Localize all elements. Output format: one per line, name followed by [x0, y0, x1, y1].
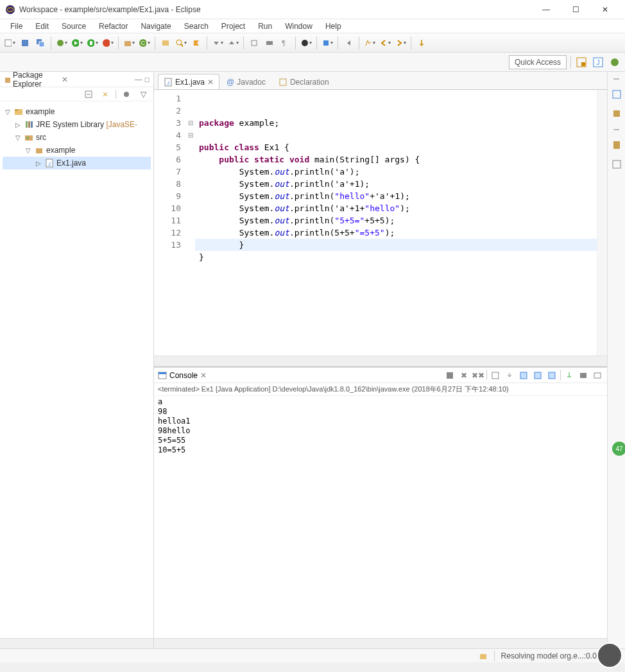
scroll-lock-button[interactable]: [504, 370, 515, 381]
next-annotation-button[interactable]: [211, 37, 224, 49]
menu-refactor[interactable]: Refactor: [92, 20, 134, 33]
editor-hscroll[interactable]: [154, 356, 607, 366]
svg-rect-33: [26, 121, 28, 128]
maximize-button[interactable]: ☐: [561, 0, 590, 19]
code-text[interactable]: package example; public class Ex1 { publ…: [195, 90, 597, 356]
problems-view-icon[interactable]: [610, 158, 623, 171]
terminate-button[interactable]: [444, 370, 456, 381]
pin-editor-button[interactable]: [321, 37, 334, 49]
minimize-view-icon[interactable]: —: [135, 75, 142, 84]
pin-button[interactable]: [415, 37, 428, 49]
show-whitespace-button[interactable]: ¶: [278, 37, 291, 49]
show-console-on-out-button[interactable]: [532, 370, 544, 381]
focus-task-button[interactable]: [120, 88, 133, 101]
outline-view-icon[interactable]: [610, 88, 623, 101]
svg-rect-53: [613, 90, 621, 98]
tasks-view-icon[interactable]: [610, 107, 623, 120]
new-package-button[interactable]: [123, 37, 135, 49]
tree-project[interactable]: ▽ example: [3, 105, 151, 118]
debug-button[interactable]: [55, 37, 68, 49]
svg-rect-49: [535, 372, 541, 379]
new-class-button[interactable]: C: [138, 37, 151, 49]
show-console-on-err-button[interactable]: [546, 370, 558, 381]
collapse-all-button[interactable]: [82, 88, 95, 101]
ext-tools-button[interactable]: [101, 37, 114, 49]
menu-project[interactable]: Project: [215, 20, 252, 33]
bookmarks-view-icon[interactable]: [610, 139, 623, 151]
tab-declaration[interactable]: Declaration: [273, 74, 335, 89]
svg-rect-11: [124, 41, 131, 46]
open-task-button[interactable]: [190, 37, 203, 49]
clear-console-button[interactable]: [490, 370, 501, 381]
tab-ex1[interactable]: J Ex1.java ✕: [158, 74, 219, 89]
remove-all-button[interactable]: ✖✖: [472, 370, 484, 381]
svg-rect-52: [594, 373, 601, 378]
prev-annotation-button[interactable]: [227, 37, 239, 49]
close-button[interactable]: ✕: [590, 0, 620, 19]
svg-rect-55: [613, 141, 620, 149]
library-icon: [24, 120, 33, 129]
titlebar: Workspace - example/src/example/Ex1.java…: [0, 0, 625, 19]
run-button[interactable]: [71, 37, 83, 49]
console-hscroll[interactable]: [154, 638, 607, 648]
search-button[interactable]: [175, 37, 187, 49]
display-console-button[interactable]: [578, 370, 589, 381]
code-editor[interactable]: 123 456 789 101112 13 ⊟⊟ package example…: [154, 90, 607, 356]
overview-ruler[interactable]: [597, 90, 607, 356]
open-perspective-button[interactable]: [575, 56, 588, 69]
open-type-button[interactable]: [159, 37, 172, 49]
menu-search[interactable]: Search: [178, 20, 215, 33]
svg-rect-54: [613, 110, 620, 117]
link-editor-button[interactable]: [99, 88, 112, 101]
word-wrap-button[interactable]: [518, 370, 529, 381]
menu-source[interactable]: Source: [55, 20, 92, 33]
save-button[interactable]: [19, 37, 31, 49]
menu-navigate[interactable]: Navigate: [134, 20, 177, 33]
minimize-button[interactable]: —: [531, 0, 561, 19]
saveall-button[interactable]: [34, 37, 47, 49]
close-console-icon[interactable]: ✕: [200, 371, 207, 380]
tab-javadoc[interactable]: @Javadoc: [221, 74, 271, 89]
console-output[interactable]: a 98 helloa1 98hello 5+5=55 10=5+5: [154, 396, 607, 638]
tree-package[interactable]: ▽ example: [3, 144, 151, 157]
toggle-block-button[interactable]: [263, 37, 276, 49]
console-status: <terminated> Ex1 [Java Application] D:\d…: [154, 383, 607, 396]
tab-label: Ex1.java: [175, 78, 205, 87]
package-explorer-tree[interactable]: ▽ example ▷ JRE System Library [JavaSE- …: [0, 101, 153, 638]
view-menu-button[interactable]: ▽: [137, 88, 150, 101]
new-button[interactable]: [3, 37, 16, 49]
svg-point-6: [57, 40, 64, 46]
tree-jre[interactable]: ▷ JRE System Library [JavaSE-: [3, 118, 151, 131]
svg-rect-48: [520, 372, 527, 379]
quick-access[interactable]: Quick Access: [509, 55, 567, 69]
debug-perspective-button[interactable]: [608, 56, 621, 69]
menu-run[interactable]: Run: [252, 20, 278, 33]
tree-file-ex1[interactable]: ▷ J Ex1.java: [3, 157, 151, 169]
last-edit-button[interactable]: [363, 37, 376, 49]
tree-src[interactable]: ▽ src: [3, 131, 151, 144]
open-console-button[interactable]: [592, 370, 603, 381]
package-explorer-tab[interactable]: Package Explorer ✕: [4, 71, 68, 89]
fold-bar[interactable]: ⊟⊟: [186, 90, 195, 356]
menu-file[interactable]: File: [4, 20, 29, 33]
forward-button[interactable]: [394, 37, 407, 49]
pin-console-button[interactable]: [563, 370, 575, 381]
java-perspective-button[interactable]: J: [592, 56, 604, 69]
menu-edit[interactable]: Edit: [29, 20, 55, 33]
console-tab[interactable]: Console ✕: [158, 371, 207, 380]
toggle-mark-button[interactable]: [248, 37, 261, 49]
remove-launch-button[interactable]: ✖: [458, 370, 470, 381]
back-nav-button[interactable]: [342, 37, 355, 49]
coverage-button[interactable]: [86, 37, 99, 49]
close-tab-icon[interactable]: ✕: [207, 78, 214, 87]
menu-help[interactable]: Help: [319, 20, 348, 33]
close-view-icon[interactable]: ✕: [62, 75, 68, 84]
sidebar-hscroll[interactable]: [0, 638, 153, 648]
floating-badge[interactable]: 47: [612, 442, 625, 456]
maximize-view-icon[interactable]: □: [145, 75, 150, 84]
menu-window[interactable]: Window: [278, 20, 319, 33]
svg-rect-38: [36, 148, 42, 153]
breadcrumb-toggle-button[interactable]: [300, 37, 312, 49]
back-button[interactable]: [379, 37, 391, 49]
svg-rect-17: [252, 40, 257, 46]
